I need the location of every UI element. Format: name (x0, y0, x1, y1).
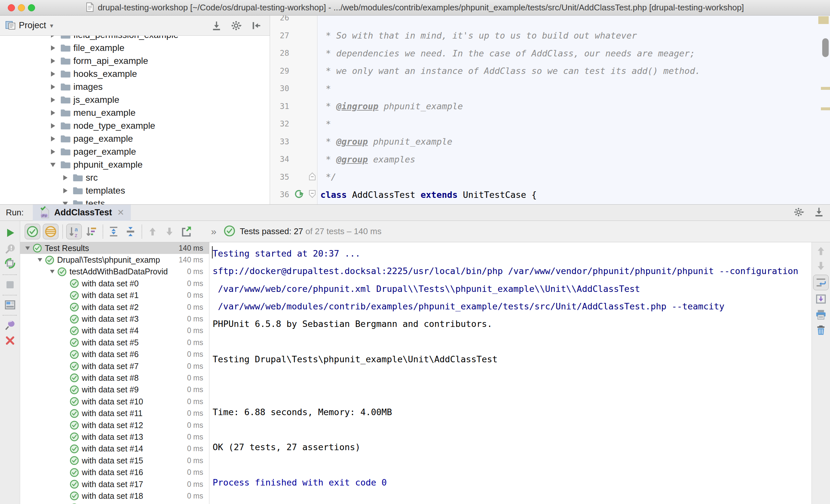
test-tree-row[interactable]: with data set #60 ms (20, 349, 209, 360)
expand-all-icon[interactable] (106, 225, 121, 239)
test-tree-row[interactable]: with data set #50 ms (20, 337, 209, 348)
editor-line[interactable]: 32 * (270, 115, 830, 133)
collapsed-arrow-icon[interactable] (48, 58, 58, 64)
export-test-results-icon[interactable] (179, 225, 193, 239)
sort-by-duration-icon[interactable] (85, 225, 99, 239)
collapsed-arrow-icon[interactable] (48, 110, 58, 115)
fold-end-icon[interactable] (309, 172, 316, 182)
collapsed-arrow-icon[interactable] (60, 188, 70, 193)
test-tree-row[interactable]: with data set #110 ms (20, 407, 209, 419)
collapsed-arrow-icon[interactable] (48, 123, 58, 128)
collapsed-arrow-icon[interactable] (48, 97, 58, 102)
close-run-panel-icon[interactable] (4, 334, 16, 347)
code-editor[interactable]: 2627 * So with that in mind, it's up to … (270, 15, 830, 204)
expanded-arrow-icon[interactable] (23, 246, 32, 250)
test-tree-row[interactable]: with data set #120 ms (20, 419, 209, 431)
test-tree-row[interactable]: Test Results140 ms (20, 242, 209, 254)
editor-line[interactable]: 36class AddClassTest extends UnitTestCas… (270, 186, 830, 204)
project-tree-item[interactable]: pager_example (0, 145, 270, 158)
test-tree-row[interactable]: with data set #70 ms (20, 360, 209, 372)
test-tree-row[interactable]: with data set #40 ms (20, 325, 209, 337)
collapsed-arrow-icon[interactable] (60, 175, 70, 180)
zoom-window-button[interactable] (28, 4, 35, 11)
test-tree-row[interactable]: with data set #190 ms (20, 502, 209, 504)
collapsed-arrow-icon[interactable] (48, 136, 58, 141)
project-view-dropdown-icon[interactable]: ▾ (50, 22, 53, 30)
test-tree-row[interactable]: with data set #130 ms (20, 431, 209, 443)
project-tree-item[interactable]: file_example (0, 41, 270, 55)
scroll-from-source-icon[interactable] (211, 20, 222, 31)
project-settings-gear-icon[interactable] (231, 20, 243, 31)
test-tree-row[interactable]: with data set #140 ms (20, 443, 209, 455)
project-tree-item[interactable]: tests (0, 197, 270, 204)
collapse-all-icon[interactable] (123, 225, 138, 239)
hide-project-panel-icon[interactable] (251, 20, 263, 31)
more-toolbar-actions-icon[interactable]: » (211, 226, 217, 237)
test-tree-row[interactable]: with data set #150 ms (20, 455, 209, 466)
project-tree-item[interactable]: form_api_example (0, 55, 270, 67)
project-tree-item[interactable]: field_permission_example (0, 36, 270, 41)
project-tree-item[interactable]: hooks_example (0, 67, 270, 80)
rerun-failed-tests-icon[interactable] (4, 243, 16, 255)
expanded-arrow-icon[interactable] (60, 202, 70, 205)
scrollbar-mark[interactable] (821, 87, 830, 90)
project-tree-item[interactable]: images (0, 80, 270, 93)
hide-run-panel-icon[interactable] (813, 206, 825, 219)
project-tree-item[interactable]: src (0, 171, 270, 184)
inspection-status-indicator[interactable] (818, 16, 829, 24)
run-settings-gear-icon[interactable] (794, 206, 805, 219)
test-tree-row[interactable]: Drupal\Tests\phpunit_examp140 ms (20, 254, 209, 266)
test-tree-row[interactable]: with data set #160 ms (20, 466, 209, 478)
project-panel-title[interactable]: Project (19, 21, 46, 31)
test-tree-row[interactable]: with data set #20 ms (20, 301, 209, 313)
collapsed-arrow-icon[interactable] (48, 149, 58, 155)
collapsed-arrow-icon[interactable] (48, 71, 58, 76)
editor-line[interactable]: 35 */ (270, 168, 830, 186)
editor-line[interactable]: 26 (270, 15, 830, 27)
toggle-auto-test-icon[interactable] (4, 257, 16, 270)
scroll-to-end-icon[interactable] (815, 293, 827, 305)
run-tab-addclasstest[interactable]: php AddClassTest ✕ (33, 205, 131, 221)
close-tab-icon[interactable]: ✕ (117, 208, 124, 217)
editor-line[interactable]: 34 * @group examples (270, 150, 830, 168)
collapsed-arrow-icon[interactable] (48, 36, 58, 38)
editor-line[interactable]: 31 * @ingroup phpunit_example (270, 98, 830, 115)
test-tree-row[interactable]: with data set #10 ms (20, 290, 209, 301)
collapsed-arrow-icon[interactable] (48, 84, 58, 90)
rerun-tests-icon[interactable] (4, 227, 16, 239)
fold-start-icon[interactable] (309, 190, 316, 199)
scrollbar-mark[interactable] (821, 107, 830, 110)
soft-wrap-toggle-button[interactable] (813, 275, 829, 290)
test-tree-row[interactable]: with data set #90 ms (20, 384, 209, 396)
test-tree-row[interactable]: with data set #80 ms (20, 372, 209, 384)
test-tree-row[interactable]: testAddWithBadDataProvid0 ms (20, 266, 209, 278)
editor-line[interactable]: 30 * (270, 80, 830, 98)
project-tree-item[interactable]: menu_example (0, 106, 270, 120)
test-tree-row[interactable]: with data set #180 ms (20, 490, 209, 502)
project-tree-item[interactable]: templates (0, 184, 270, 197)
sort-alphabetically-button[interactable]: az (66, 224, 82, 239)
clear-console-trash-icon[interactable] (815, 324, 827, 336)
test-tree-row[interactable]: with data set #100 ms (20, 396, 209, 407)
project-tree-item[interactable]: phpunit_example (0, 158, 270, 171)
editor-line[interactable]: 28 * dependencies we need. In the case o… (270, 44, 830, 62)
project-tree-item[interactable]: node_type_example (0, 120, 270, 132)
editor-scrollbar-thumb[interactable] (822, 38, 829, 57)
print-icon[interactable] (815, 308, 827, 321)
expanded-arrow-icon[interactable] (48, 270, 57, 273)
test-tree-row[interactable]: with data set #00 ms (20, 278, 209, 289)
test-console[interactable]: Testing started at 20:37 ...sftp://docke… (210, 242, 811, 504)
editor-line[interactable]: 29 * we only want an instance of AddClas… (270, 62, 830, 80)
run-test-gutter-icon[interactable] (294, 189, 304, 200)
minimize-window-button[interactable] (18, 4, 25, 11)
restore-layout-icon[interactable] (4, 299, 16, 311)
project-tree-item[interactable]: page_example (0, 132, 270, 145)
show-ignored-button[interactable] (43, 224, 58, 239)
expanded-arrow-icon[interactable] (36, 258, 44, 262)
test-tree-row[interactable]: with data set #30 ms (20, 313, 209, 325)
editor-line[interactable]: 33 * @group phpunit_example (270, 133, 830, 151)
expanded-arrow-icon[interactable] (48, 163, 58, 167)
collapsed-arrow-icon[interactable] (48, 45, 58, 51)
pin-tab-icon[interactable] (4, 319, 16, 331)
test-tree-row[interactable]: with data set #170 ms (20, 478, 209, 490)
